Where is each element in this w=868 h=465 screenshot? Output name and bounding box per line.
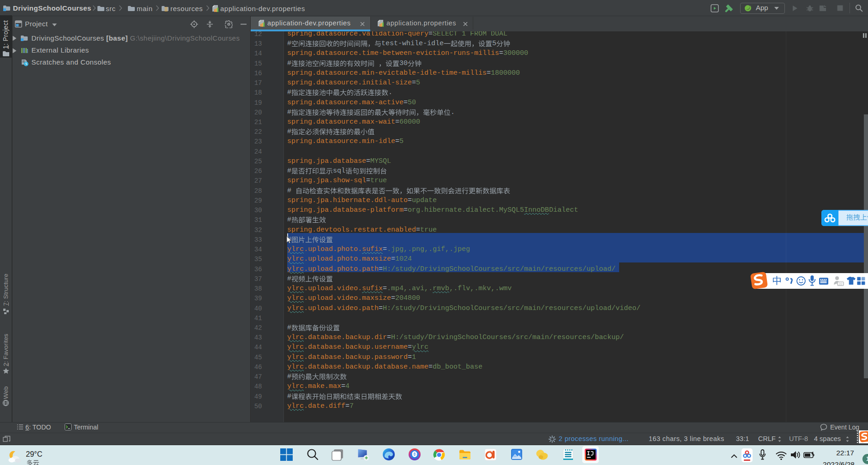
svg-text:20: 20 bbox=[838, 282, 842, 286]
